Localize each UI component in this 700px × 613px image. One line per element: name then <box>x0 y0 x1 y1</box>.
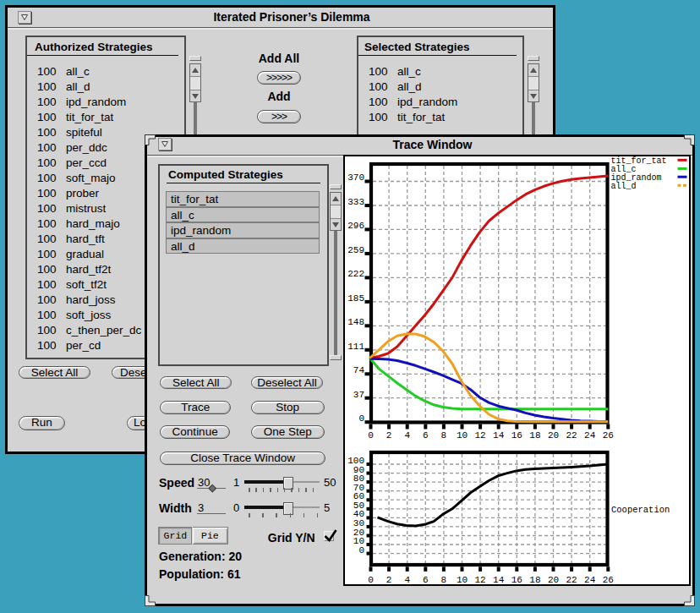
svg-text:8: 8 <box>441 430 447 441</box>
svg-text:50: 50 <box>353 501 364 511</box>
svg-text:74: 74 <box>353 365 365 375</box>
svg-text:70: 70 <box>353 483 364 493</box>
svg-text:222: 222 <box>347 269 364 279</box>
svg-text:26: 26 <box>603 430 614 441</box>
svg-text:37: 37 <box>353 390 364 400</box>
svg-text:18: 18 <box>529 430 540 441</box>
svg-text:22: 22 <box>566 430 577 441</box>
svg-text:20: 20 <box>548 575 559 585</box>
svg-text:12: 12 <box>474 430 485 441</box>
svg-text:24: 24 <box>584 430 596 441</box>
svg-text:4: 4 <box>404 575 410 585</box>
svg-text:18: 18 <box>529 575 540 585</box>
svg-text:8: 8 <box>441 575 447 585</box>
svg-text:30: 30 <box>353 518 364 528</box>
svg-text:24: 24 <box>584 575 596 585</box>
svg-text:100: 100 <box>347 456 364 466</box>
svg-text:10: 10 <box>353 536 364 546</box>
svg-text:0: 0 <box>368 575 374 585</box>
svg-text:10: 10 <box>457 575 468 585</box>
svg-text:2: 2 <box>386 575 392 585</box>
svg-text:10: 10 <box>457 430 468 441</box>
svg-text:26: 26 <box>603 575 614 585</box>
svg-text:259: 259 <box>347 245 364 255</box>
svg-text:333: 333 <box>347 197 364 207</box>
svg-text:185: 185 <box>347 293 364 304</box>
svg-text:40: 40 <box>353 509 364 519</box>
svg-text:370: 370 <box>347 172 364 183</box>
svg-text:4: 4 <box>404 430 410 441</box>
svg-text:20: 20 <box>353 528 364 538</box>
svg-text:6: 6 <box>423 575 429 585</box>
svg-text:16: 16 <box>511 430 522 441</box>
svg-text:90: 90 <box>353 465 364 475</box>
svg-text:14: 14 <box>493 430 505 441</box>
svg-text:0: 0 <box>368 430 374 441</box>
svg-text:148: 148 <box>347 317 364 327</box>
svg-text:12: 12 <box>474 575 485 585</box>
svg-text:0: 0 <box>358 413 364 424</box>
svg-text:22: 22 <box>566 575 577 585</box>
svg-text:296: 296 <box>347 221 364 231</box>
svg-text:80: 80 <box>353 473 364 484</box>
svg-text:2: 2 <box>386 430 392 441</box>
svg-text:Cooperation: Cooperation <box>611 505 670 515</box>
svg-text:14: 14 <box>493 575 505 585</box>
svg-text:111: 111 <box>347 342 364 352</box>
svg-text:all_d: all_d <box>611 182 637 191</box>
svg-text:16: 16 <box>511 575 522 585</box>
svg-text:6: 6 <box>423 430 429 441</box>
svg-text:60: 60 <box>353 491 364 501</box>
svg-text:0: 0 <box>358 545 364 556</box>
svg-text:20: 20 <box>548 430 559 441</box>
